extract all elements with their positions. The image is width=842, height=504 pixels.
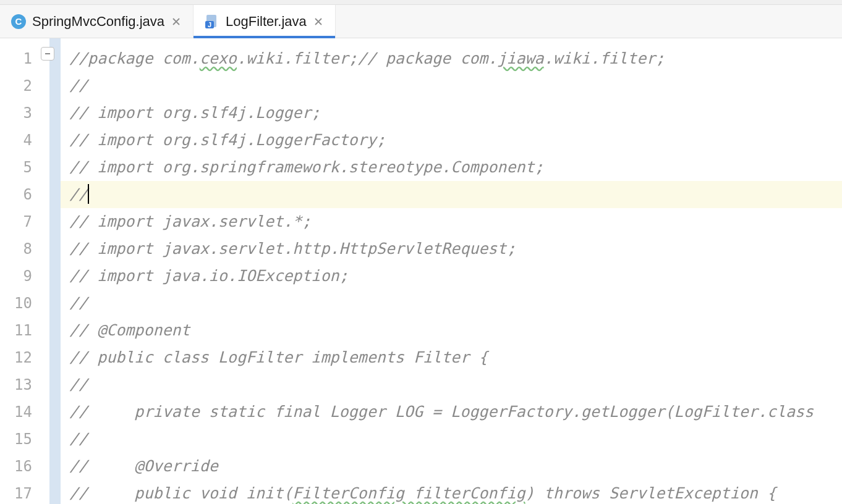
code-line[interactable]: // import org.springframework.stereotype… <box>61 154 842 181</box>
gutter-strip <box>49 38 61 504</box>
code-line[interactable]: // <box>61 181 842 208</box>
tab-logfilter[interactable]: J LogFilter.java <box>193 5 336 38</box>
code-line[interactable]: // <box>61 426 842 453</box>
line-number: 2 <box>0 72 49 99</box>
code-line[interactable]: // import javax.servlet.*; <box>61 208 842 235</box>
typo-underline: cexo <box>200 49 237 67</box>
code-line[interactable]: // <box>61 371 842 398</box>
typo-underline: FilterConfig filterConfig <box>292 484 525 502</box>
line-number: 16 <box>0 453 49 480</box>
code-line[interactable]: // <box>61 290 842 317</box>
top-spacer <box>0 0 842 5</box>
line-number: 8 <box>0 235 49 262</box>
line-number: 15 <box>0 426 49 453</box>
java-file-icon: J <box>205 14 219 29</box>
typo-underline: jiawa <box>497 49 543 67</box>
fold-marker[interactable] <box>41 47 54 61</box>
tab-label: LogFilter.java <box>226 14 307 30</box>
line-number: 7 <box>0 208 49 235</box>
line-number: 10 <box>0 290 49 317</box>
code-area[interactable]: //package com.cexo.wiki.filter;// packag… <box>61 38 842 504</box>
tab-springmvcconfig[interactable]: C SpringMvcConfig.java <box>0 5 193 38</box>
line-number: 11 <box>0 317 49 344</box>
gutter: 1234567891011121314151617 <box>0 38 49 504</box>
line-number: 12 <box>0 344 49 371</box>
code-line[interactable]: // import javax.servlet.http.HttpServlet… <box>61 235 842 262</box>
line-number: 6 <box>0 181 49 208</box>
code-line[interactable]: // import org.slf4j.LoggerFactory; <box>61 127 842 154</box>
line-number: 4 <box>0 127 49 154</box>
line-number: 17 <box>0 480 49 504</box>
code-line[interactable]: // private static final Logger LOG = Log… <box>61 398 842 426</box>
line-number: 9 <box>0 262 49 290</box>
code-line[interactable]: // public class LogFilter implements Fil… <box>61 344 842 371</box>
line-number: 13 <box>0 371 49 398</box>
svg-text:J: J <box>208 21 211 28</box>
code-line[interactable]: // public void init(FilterConfig filterC… <box>61 480 842 504</box>
code-line[interactable]: // <box>61 72 842 99</box>
text-cursor <box>88 184 89 204</box>
close-icon[interactable] <box>313 17 324 26</box>
code-line[interactable]: //package com.cexo.wiki.filter;// packag… <box>61 45 842 72</box>
code-line[interactable]: // @Override <box>61 453 842 480</box>
line-number: 5 <box>0 154 49 181</box>
tab-bar: C SpringMvcConfig.java J LogFilter.java <box>0 5 842 38</box>
code-line[interactable]: // import java.io.IOException; <box>61 262 842 290</box>
code-line[interactable]: // import org.slf4j.Logger; <box>61 99 842 127</box>
editor[interactable]: 1234567891011121314151617 //package com.… <box>0 38 842 504</box>
line-number: 14 <box>0 398 49 426</box>
code-line[interactable]: // @Component <box>61 317 842 344</box>
close-icon[interactable] <box>171 17 182 26</box>
tab-label: SpringMvcConfig.java <box>32 14 164 30</box>
class-icon: C <box>11 14 26 29</box>
line-number: 3 <box>0 99 49 127</box>
